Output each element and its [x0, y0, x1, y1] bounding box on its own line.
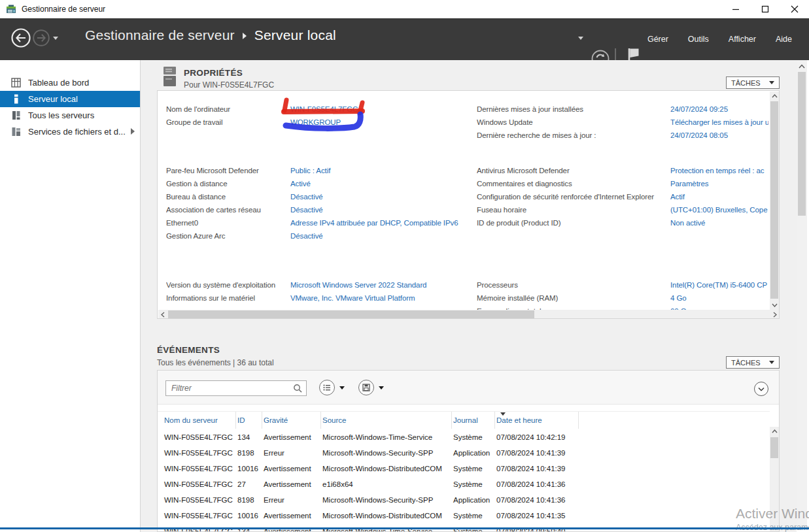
table-cell: WIN-F0S5E4L7FGC	[163, 465, 236, 473]
properties-tasks-button[interactable]: TÂCHES	[726, 76, 780, 89]
table-cell: e1i68x64	[321, 480, 452, 488]
table-row[interactable]: WIN-F0S5E4L7FGC8198ErreurMicrosoft-Windo…	[158, 445, 770, 461]
property-value-link[interactable]: Télécharger les mises à jour u	[670, 118, 768, 126]
column-header-source[interactable]: Source	[321, 412, 452, 429]
property-value-link[interactable]: Paramètres	[670, 180, 768, 188]
table-cell: Microsoft-Windows-Security-SPP	[321, 496, 452, 504]
property-value-link[interactable]: 24/07/2024 08:05	[670, 131, 768, 139]
property-value-link[interactable]: (UTC+01:00) Bruxelles, Cope	[670, 206, 768, 214]
scroll-thumb[interactable]	[168, 310, 534, 318]
events-tasks-button[interactable]: TÂCHES	[726, 356, 780, 369]
expand-arrow-icon[interactable]	[131, 128, 135, 135]
table-cell: 10016	[236, 465, 262, 473]
sidebar-item-tableau-de-bord[interactable]: Tableau de bord	[0, 75, 140, 91]
scroll-left-icon[interactable]	[158, 310, 167, 319]
tasks-caret-icon	[769, 81, 774, 84]
scroll-thumb[interactable]	[798, 72, 806, 216]
menu-bar: Gérer Outils Afficher Aide	[647, 18, 792, 60]
property-value-link[interactable]: Public : Actif	[290, 167, 330, 175]
property-value-link[interactable]: Protection en temps réel : ac	[670, 167, 768, 175]
properties-hscrollbar[interactable]	[158, 310, 780, 319]
property-column: Version du système d'exploitationMicroso…	[166, 278, 473, 305]
column-header-label: ID	[237, 416, 245, 424]
property-value-link[interactable]: 24/07/2024 09:25	[670, 105, 768, 113]
main-content: PROPRIÉTÉS Pour WIN-F0S5E4L7FGC TÂCHES N…	[141, 60, 797, 532]
scroll-right-icon[interactable]	[770, 310, 780, 319]
server-manager-window: Gestionnaire de serveur Gestionnaire de …	[0, 0, 809, 532]
close-button[interactable]	[780, 0, 809, 18]
history-dropdown-caret[interactable]	[53, 37, 58, 40]
property-column: Nom de l'ordinateurWIN-F0S5E4L7FGCGroupe…	[166, 103, 473, 129]
menu-gerer[interactable]: Gérer	[647, 35, 668, 44]
column-header-date-et-heure[interactable]: Date et heure	[495, 412, 579, 429]
property-value-link[interactable]: 4 Go	[670, 294, 768, 302]
table-cell: 07/08/2024 10:41:36	[495, 480, 579, 488]
scroll-down-icon[interactable]	[770, 301, 779, 310]
breadcrumb-current: Serveur local	[254, 27, 336, 43]
filter-criteria-button[interactable]	[319, 380, 345, 395]
scroll-thumb[interactable]	[770, 437, 778, 458]
minimize-button[interactable]	[721, 0, 750, 18]
properties-vscrollbar[interactable]	[770, 91, 779, 310]
property-value-link[interactable]: Microsoft Windows Server 2022 Standard	[290, 281, 426, 289]
property-value-link[interactable]: Désactivé	[290, 206, 323, 214]
table-row[interactable]: WIN-F0S5E4L7FGC8198ErreurMicrosoft-Windo…	[158, 492, 770, 508]
scroll-up-icon[interactable]	[770, 91, 779, 101]
filter-field[interactable]	[165, 380, 307, 396]
table-row[interactable]: WIN-F0S5E4L7FGC10016AvertissementMicroso…	[158, 461, 770, 476]
table-row[interactable]: WIN-F0S5E4L7FGC134AvertissementMicrosoft…	[158, 429, 770, 445]
column-header-gravit-[interactable]: Gravité	[262, 412, 321, 429]
property-label: Informations sur le matériel	[166, 294, 290, 302]
menu-outils[interactable]: Outils	[688, 35, 709, 44]
property-row: Informations sur le matérielVMware, Inc.…	[166, 291, 473, 305]
scroll-up-icon[interactable]	[797, 61, 807, 71]
column-header-id[interactable]: ID	[236, 412, 262, 429]
property-row: Pare-feu Microsoft DefenderPublic : Acti…	[166, 164, 473, 177]
column-header-label: Date et heure	[496, 416, 542, 424]
menu-afficher[interactable]: Afficher	[729, 35, 756, 44]
property-label: Ethernet0	[166, 219, 290, 227]
property-value-link[interactable]: Adresse IPv4 attribuée par DHCP, Compati…	[290, 219, 458, 227]
all-servers-icon	[11, 110, 21, 120]
sidebar-item-serveur-local[interactable]: Serveur local	[0, 91, 140, 107]
forward-button[interactable]	[32, 29, 50, 47]
collapse-section-button[interactable]	[754, 382, 768, 396]
property-value-link[interactable]: Désactivé	[290, 193, 323, 201]
main-vscrollbar[interactable]	[797, 60, 807, 527]
table-cell: Avertissement	[262, 433, 321, 441]
property-label: Nom de l'ordinateur	[166, 105, 290, 113]
property-value-link[interactable]: Désactivé	[290, 232, 323, 240]
navigation-bar: Gestionnaire de serveur Serveur local Gé…	[0, 18, 809, 60]
scroll-up-icon[interactable]	[770, 427, 779, 436]
column-header-label: Journal	[453, 416, 478, 424]
property-label: Dernière recherche de mises à jour :	[477, 131, 670, 139]
table-cell: 07/08/2024 10:41:35	[495, 512, 579, 520]
table-cell: 8198	[236, 496, 262, 504]
filter-input[interactable]	[166, 381, 288, 395]
column-header-filler	[579, 412, 770, 429]
column-header-nom-du-serveur[interactable]: Nom du serveur	[163, 412, 236, 429]
scroll-thumb[interactable]	[770, 101, 778, 299]
save-icon	[358, 380, 374, 395]
breadcrumb-root[interactable]: Gestionnaire de serveur	[85, 27, 235, 43]
column-header-journal[interactable]: Journal	[452, 412, 495, 429]
breadcrumb-dropdown-caret[interactable]	[578, 37, 583, 40]
back-button[interactable]	[10, 27, 31, 48]
property-value-link[interactable]: WORKGROUP	[290, 118, 341, 126]
table-row[interactable]: WIN-F0S5E4L7FGC27Avertissemente1i68x64Sy…	[158, 476, 770, 492]
property-value-link[interactable]: Intel(R) Core(TM) i5-6400 CP	[670, 281, 768, 289]
property-value-link[interactable]: WIN-F0S5E4L7FGC	[290, 105, 358, 113]
property-value-link[interactable]: Activé	[290, 180, 311, 188]
table-cell: 10016	[236, 512, 262, 520]
property-value-link[interactable]: VMware, Inc. VMware Virtual Platform	[290, 294, 415, 302]
property-row: Antivirus Microsoft DefenderProtection e…	[477, 164, 770, 177]
sidebar-item-services-de-fichiers-et-d[interactable]: Services de fichiers et d...	[0, 124, 140, 140]
property-value-link[interactable]: Actif	[670, 193, 768, 201]
save-query-button[interactable]	[358, 380, 384, 395]
table-row[interactable]: WIN-F0S5E4L7FGC10016AvertissementMicroso…	[158, 508, 770, 524]
property-value-link[interactable]: Non activé	[670, 219, 768, 227]
maximize-button[interactable]	[750, 0, 780, 18]
menu-aide[interactable]: Aide	[776, 35, 792, 44]
events-vscrollbar[interactable]	[770, 427, 779, 532]
sidebar-item-tous-les-serveurs[interactable]: Tous les serveurs	[0, 107, 140, 124]
